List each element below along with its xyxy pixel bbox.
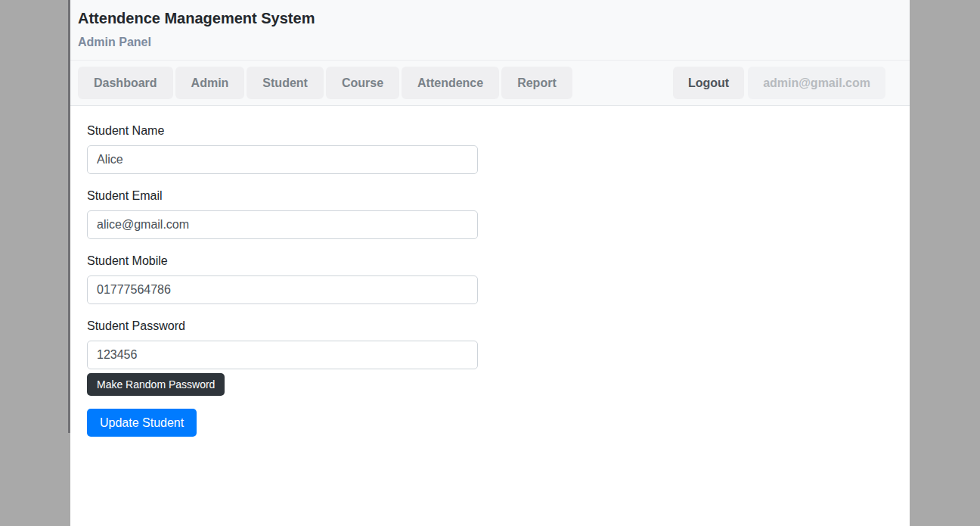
update-student-form: Student Name Student Email Student Mobil… (87, 123, 893, 437)
nav-item-course[interactable]: Course (326, 67, 399, 99)
student-name-group: Student Name (87, 123, 893, 174)
app-title: Attendence Management System (78, 10, 902, 27)
browser-page: Attendence Management System Admin Panel… (70, 0, 910, 526)
main-nav: Dashboard Admin Student Course Attendenc… (70, 61, 910, 106)
student-password-group: Student Password Make Random Password (87, 319, 893, 396)
student-email-label: Student Email (87, 188, 893, 203)
nav-item-report[interactable]: Report (501, 67, 572, 99)
user-email-display: admin@gmail.com (748, 67, 885, 99)
admin-panel-link[interactable]: Admin Panel (78, 35, 151, 49)
update-student-button[interactable]: Update Student (87, 409, 197, 437)
student-password-input[interactable] (87, 341, 478, 369)
student-mobile-label: Student Mobile (87, 254, 893, 268)
student-mobile-input[interactable] (87, 275, 478, 304)
nav-item-attendence[interactable]: Attendence (402, 67, 499, 99)
scrollbar-thumb[interactable] (68, 0, 70, 433)
student-name-label: Student Name (87, 123, 893, 138)
nav-right-group: Logout admin@gmail.com (673, 67, 885, 99)
student-password-label: Student Password (87, 319, 893, 333)
student-mobile-group: Student Mobile (87, 254, 893, 304)
student-email-group: Student Email (87, 188, 893, 239)
nav-item-admin[interactable]: Admin (175, 67, 245, 99)
student-name-input[interactable] (87, 145, 478, 174)
make-random-password-button[interactable]: Make Random Password (87, 373, 225, 396)
nav-item-dashboard[interactable]: Dashboard (78, 67, 173, 99)
nav-item-student[interactable]: Student (247, 67, 324, 99)
desktop-background: Attendence Management System Admin Panel… (0, 0, 980, 526)
logout-button[interactable]: Logout (673, 67, 744, 99)
student-email-input[interactable] (87, 210, 478, 239)
main-content: Student Name Student Email Student Mobil… (70, 106, 910, 454)
app-header: Attendence Management System Admin Panel (70, 0, 910, 61)
